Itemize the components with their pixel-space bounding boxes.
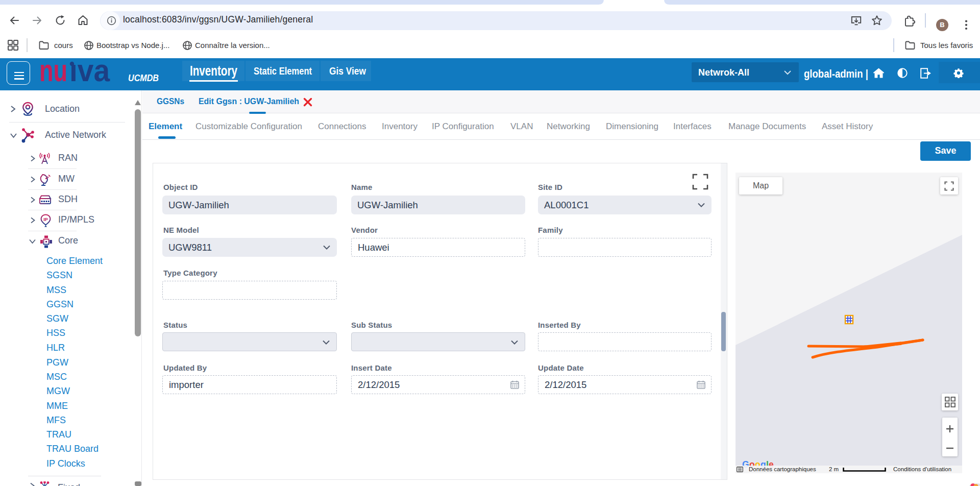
svg-text:ıva: ıva — [69, 58, 110, 88]
svg-text:Edit Ggsn : UGW-Jamilieh: Edit Ggsn : UGW-Jamilieh — [199, 96, 299, 106]
svg-text:IP: IP — [43, 217, 48, 222]
svg-text:global-admin |: global-admin | — [804, 67, 868, 80]
svg-text:UCMDB: UCMDB — [128, 73, 159, 83]
svg-text:Netwrok-All: Netwrok-All — [698, 67, 749, 78]
svg-text:Inventory: Inventory — [190, 63, 237, 79]
svg-text:Static Element: Static Element — [254, 65, 312, 77]
svg-text:nu: nu — [39, 58, 67, 88]
svg-text:Gis View: Gis View — [329, 65, 366, 77]
svg-text:GGSNs: GGSNs — [157, 96, 184, 106]
